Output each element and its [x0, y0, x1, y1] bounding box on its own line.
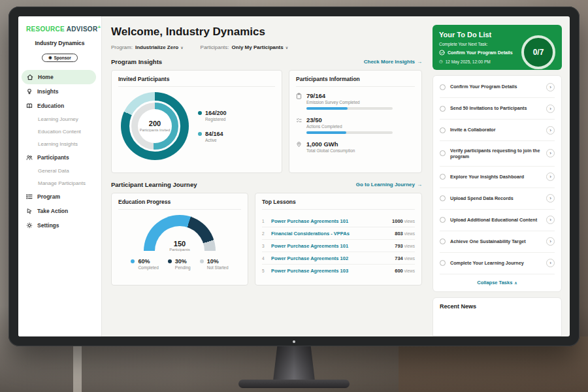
lesson-row: 3 Power Purchase Agreements 101 793views: [262, 240, 415, 252]
education-gauge-center: 150 Participants: [144, 240, 216, 252]
sidebar-item-insights[interactable]: Insights: [18, 84, 101, 99]
task-label: Upload Additional Educational Content: [450, 217, 542, 223]
sidebar-item-learning-journey[interactable]: Learning Journey: [18, 113, 101, 125]
goto-learning-journey-link[interactable]: Go to Learning Journey→: [356, 182, 422, 188]
task-chevron-button[interactable]: [546, 216, 555, 224]
todo-task-row[interactable]: Upload Spend Data Records: [440, 188, 555, 210]
check-more-insights-link[interactable]: Check More Insights→: [364, 59, 422, 65]
lesson-title-link[interactable]: Power Purchase Agreements 101: [271, 243, 390, 249]
sidebar-item-take-action[interactable]: Take Action: [18, 204, 101, 218]
recent-news-card: Recent News: [433, 297, 562, 336]
task-checkbox[interactable]: [440, 217, 446, 223]
lesson-views: 803views: [395, 231, 415, 237]
invited-count-label: Participants Invited: [140, 128, 170, 133]
clipboard-icon: [296, 93, 302, 99]
task-checkbox[interactable]: [440, 127, 446, 133]
task-checkbox[interactable]: [440, 106, 446, 112]
bezel-logo-dot: [293, 340, 295, 343]
legend-pending: 30% Pending: [168, 258, 191, 270]
task-chevron-button[interactable]: [546, 259, 555, 267]
lesson-title-link[interactable]: Financial Considerations - VPPAs: [271, 231, 390, 237]
todo-task-row[interactable]: Confirm Your Program Details: [440, 76, 555, 98]
lesson-title-link[interactable]: Power Purchase Agreements 103: [271, 268, 390, 274]
lesson-row: 2 Financial Considerations - VPPAs 803vi…: [262, 227, 415, 240]
chevron-up-icon: ∧: [514, 281, 517, 285]
task-chevron-button[interactable]: [546, 126, 555, 135]
arrow-right-icon: →: [417, 59, 422, 65]
participants-filter-value: Only My Participants: [232, 44, 284, 50]
todo-summary-card: Your To Do List Complete Your Next Task:…: [433, 25, 562, 70]
invited-count: 200: [149, 120, 161, 127]
chevron-down-icon: ∨: [180, 46, 183, 50]
lesson-row: 1 Power Purchase Agreements 101 1000view…: [262, 215, 415, 227]
todo-task-row[interactable]: Verify participants requesting to join t…: [440, 141, 555, 167]
logo-plus: +: [97, 24, 101, 30]
todo-task-row[interactable]: Achieve One Sustainability Target: [440, 231, 555, 253]
todo-task-row[interactable]: Upload Additional Educational Content: [440, 210, 555, 231]
sidebar-item-label: Insights: [37, 88, 59, 95]
emission-progress-bar: [306, 107, 393, 110]
sidebar-item-education-content[interactable]: Education Content: [18, 125, 101, 138]
lesson-rank: 1: [262, 219, 267, 223]
lessons-list: 1 Power Purchase Agreements 101 1000view…: [262, 215, 415, 276]
task-label: Invite a Collaborator: [450, 127, 542, 133]
todo-task-list: Confirm Your Program Details Send 50 Inv…: [440, 76, 555, 274]
task-checkbox[interactable]: [440, 195, 446, 201]
collapse-tasks-link[interactable]: Collapse Tasks∧: [440, 274, 555, 289]
gear-icon: [26, 222, 33, 229]
sidebar-item-program[interactable]: Program: [18, 189, 101, 204]
sponsor-badge[interactable]: ◉ Sponsor: [42, 54, 78, 62]
lesson-rank: 3: [262, 244, 267, 248]
pending-dot-icon: [168, 259, 172, 263]
arrow-right-icon: →: [417, 182, 422, 188]
task-chevron-button[interactable]: [546, 172, 555, 181]
todo-tasks-card: Confirm Your Program Details Send 50 Inv…: [433, 75, 562, 292]
top-lessons-card: Top Lessons 1 Power Purchase Agreements …: [255, 193, 422, 286]
sidebar-item-education[interactable]: Education: [18, 99, 101, 113]
task-label: Achieve One Sustainability Target: [450, 238, 542, 244]
invited-donut-inner: 200 Participants Invited: [129, 101, 180, 152]
actions-progress-bar: [306, 131, 393, 134]
task-checkbox[interactable]: [440, 84, 446, 90]
sidebar-item-home[interactable]: Home: [22, 70, 96, 84]
lesson-title-link[interactable]: Power Purchase Agreements 101: [271, 218, 387, 224]
participants-filter[interactable]: Participants:Only My Participants∨: [201, 44, 289, 50]
sidebar-item-settings[interactable]: Settings: [18, 218, 101, 233]
circle-check-icon: [439, 50, 445, 56]
sidebar-item-label: Settings: [37, 222, 59, 229]
task-checkbox[interactable]: [440, 260, 446, 266]
todo-task-row[interactable]: Complete Your Learning Journey: [440, 253, 555, 274]
lesson-views: 793views: [395, 243, 415, 249]
lesson-row: 5 Power Purchase Agreements 103 600views: [262, 265, 415, 276]
sidebar-item-manage-participants[interactable]: Manage Participants: [18, 177, 101, 189]
clock-icon: ◷: [439, 59, 443, 64]
task-chevron-button[interactable]: [546, 149, 555, 157]
program-filter[interactable]: Program:Industrialize Zero∨: [111, 44, 184, 50]
todo-panel: Your To Do List Complete Your Next Task:…: [430, 16, 570, 336]
task-checkbox[interactable]: [440, 238, 446, 244]
todo-task-row[interactable]: Explore Your Insights Dashboard: [440, 167, 555, 188]
task-chevron-button[interactable]: [546, 237, 555, 246]
todo-task-row[interactable]: Send 50 Invitations to Participants: [440, 98, 555, 120]
task-chevron-button[interactable]: [546, 105, 555, 113]
org-name: Industry Dynamics: [18, 40, 101, 46]
invited-donut-center: 200 Participants Invited: [138, 109, 172, 143]
education-progress-card: Education Progress 150 Participants 60: [111, 193, 248, 286]
sidebar-item-general-data[interactable]: General Data: [18, 165, 101, 177]
lesson-rank: 2: [262, 231, 267, 236]
education-card-title: Education Progress: [118, 199, 241, 210]
todo-task-row[interactable]: Invite a Collaborator: [440, 120, 555, 141]
task-chevron-button[interactable]: [546, 83, 555, 91]
sponsor-badge-label: Sponsor: [54, 56, 71, 60]
lesson-title-link[interactable]: Power Purchase Agreements 102: [271, 255, 390, 261]
sidebar-item-label: Take Action: [37, 208, 68, 214]
task-chevron-button[interactable]: [546, 194, 555, 203]
sidebar: RESOURCE ADVISOR+ Industry Dynamics ◉ Sp…: [18, 16, 102, 336]
chevron-down-icon: ∨: [286, 46, 288, 50]
learning-journey-title: Participant Learning Journey: [111, 181, 197, 188]
task-checkbox[interactable]: [440, 150, 446, 156]
sidebar-item-learning-insights[interactable]: Learning Insights: [18, 138, 101, 150]
task-checkbox[interactable]: [440, 174, 446, 180]
sidebar-item-participants[interactable]: Participants: [18, 150, 101, 165]
monitor-bezel: RESOURCE ADVISOR+ Industry Dynamics ◉ Sp…: [8, 7, 580, 346]
